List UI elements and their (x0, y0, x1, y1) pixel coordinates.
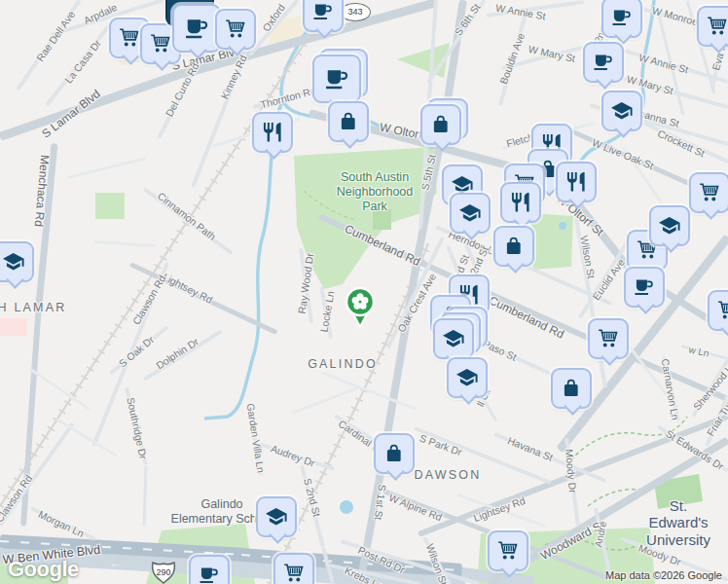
graduation-cap-icon (265, 505, 288, 529)
shopping-bag-icon (502, 235, 526, 258)
coffee-cup-marker[interactable] (583, 42, 624, 83)
map-area (654, 474, 703, 509)
flower-pin-icon (341, 284, 380, 331)
restaurant-marker[interactable] (500, 182, 541, 223)
shopping-cart-marker[interactable] (588, 318, 629, 359)
graduation-cap-marker[interactable] (256, 496, 297, 537)
restaurant-icon (261, 121, 284, 144)
shopping-cart-marker[interactable] (273, 553, 314, 584)
coffee-cup-icon (323, 65, 351, 93)
map-line (0, 0, 333, 506)
graduation-cap-marker[interactable] (649, 205, 690, 246)
shopping-bag-marker[interactable] (374, 433, 415, 474)
shopping-cart-icon (224, 18, 247, 41)
graduation-cap-marker[interactable] (450, 193, 491, 234)
coffee-cup-marker[interactable] (303, 0, 344, 32)
shopping-cart-marker[interactable] (697, 6, 728, 47)
restaurant-icon (564, 170, 588, 194)
coffee-cup-icon (610, 6, 634, 29)
coffee-cup-marker[interactable] (189, 555, 230, 584)
graduation-cap-marker[interactable] (447, 357, 488, 398)
graduation-cap-icon (455, 366, 479, 389)
result-pin[interactable] (341, 284, 380, 331)
graduation-cap-marker[interactable] (0, 241, 34, 282)
graduation-cap-icon (458, 201, 482, 225)
coffee-cup-icon (633, 275, 656, 299)
shopping-bag-marker[interactable] (420, 104, 461, 145)
restaurant-icon (509, 191, 532, 214)
graduation-cap-marker[interactable] (601, 91, 642, 131)
shopping-cart-icon (597, 327, 620, 350)
map-area (0, 318, 27, 336)
shopping-bag-marker[interactable] (493, 226, 534, 267)
shopping-bag-marker[interactable] (328, 101, 369, 142)
shopping-bag-icon (429, 113, 453, 136)
shopping-cart-marker[interactable] (708, 290, 728, 331)
shopping-bag-marker[interactable] (551, 368, 592, 409)
map-line (588, 490, 646, 506)
shopping-cart-icon (118, 26, 141, 50)
coffee-cup-icon (592, 51, 615, 74)
shopping-cart-marker[interactable] (215, 9, 256, 50)
google-logo[interactable]: Google (8, 557, 79, 582)
shopping-cart-icon (698, 181, 721, 204)
coffee-cup-marker[interactable] (172, 4, 221, 53)
shopping-cart-marker[interactable] (689, 172, 728, 213)
coffee-cup-icon (311, 0, 335, 23)
shopping-cart-marker[interactable] (488, 530, 528, 571)
shopping-cart-icon (716, 299, 728, 322)
restaurant-marker[interactable] (252, 112, 293, 153)
coffee-cup-icon (183, 15, 211, 43)
shopping-bag-icon (337, 110, 360, 133)
graduation-cap-icon (658, 214, 681, 237)
map-canvas[interactable]: Rae Dell AveArpdaleLa Casa DrS Lamar Blv… (0, 0, 728, 584)
map-area (559, 222, 566, 230)
coffee-cup-marker[interactable] (601, 0, 642, 38)
shopping-cart-icon (282, 562, 306, 584)
shopping-bag-icon (560, 377, 583, 400)
graduation-cap-icon (610, 99, 634, 123)
coffee-cup-marker[interactable] (624, 267, 665, 308)
shopping-cart-icon (149, 32, 172, 55)
coffee-cup-icon (198, 564, 221, 584)
map-area (95, 193, 125, 219)
shopping-cart-icon (706, 15, 728, 38)
shopping-bag-icon (382, 442, 406, 465)
map-area (373, 209, 391, 230)
coffee-cup-marker[interactable] (312, 55, 361, 103)
graduation-cap-icon (442, 327, 465, 350)
restaurant-marker[interactable] (556, 162, 597, 202)
graduation-cap-marker[interactable] (433, 318, 474, 359)
graduation-cap-icon (2, 250, 25, 274)
shopping-cart-icon (496, 539, 520, 563)
map-area (397, 43, 450, 78)
map-line (566, 417, 687, 465)
map-area (340, 500, 353, 514)
